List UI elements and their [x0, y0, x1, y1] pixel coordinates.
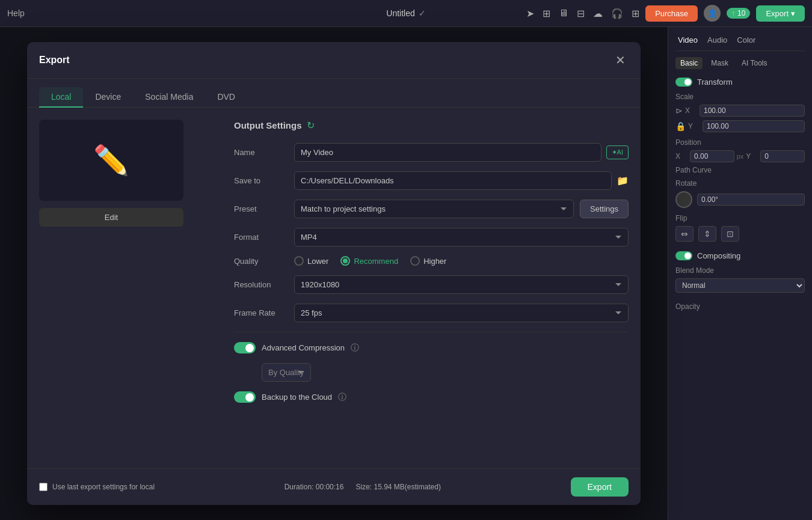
resolution-row: Resolution 1920x1080 1280x720 3840x2160: [234, 275, 629, 294]
template-icon[interactable]: ⊟: [577, 8, 585, 19]
transform-toggle[interactable]: [675, 78, 692, 87]
tab-local[interactable]: Local: [39, 87, 83, 108]
document-title: Untitled ✓: [386, 8, 425, 18]
help-menu[interactable]: Help: [7, 8, 25, 18]
editor-area: Export ✕ Local Device Social Media DV: [0, 27, 668, 520]
preset-select[interactable]: Match to project settings: [294, 200, 574, 218]
backup-cloud-help-icon[interactable]: ⓘ: [338, 392, 346, 403]
footer-info: Duration: 00:00:16 Size: 15.94 MB(estima…: [155, 483, 570, 491]
ai-rename-button[interactable]: ✦AI: [606, 145, 629, 159]
save-to-label: Save to: [234, 176, 294, 185]
flip-vertical-button[interactable]: ⇕: [698, 226, 716, 242]
duration-value: 00:00:16: [316, 483, 344, 491]
preset-settings-button[interactable]: Settings: [580, 200, 629, 218]
scale-x-value: 100.00: [700, 105, 805, 117]
pos-x-unit: px: [737, 153, 744, 160]
export-top-label: Export: [766, 9, 789, 18]
scale-label: Scale: [675, 93, 805, 101]
preset-label: Preset: [234, 204, 294, 213]
right-tab-audio[interactable]: Audio: [705, 34, 730, 46]
quality-lower-radio[interactable]: [294, 256, 304, 266]
right-tab-video[interactable]: Video: [675, 34, 700, 46]
points-icon: ↑: [731, 9, 735, 17]
main-layout: Export ✕ Local Device Social Media DV: [0, 27, 812, 520]
frame-rate-label: Frame Rate: [234, 308, 294, 317]
size-info: Size: 15.94 MB(estimated): [355, 483, 440, 491]
right-panel: Video Audio Color Basic Mask AI Tools Tr…: [668, 27, 812, 520]
flip-label: Flip: [675, 214, 805, 222]
backup-cloud-row: Backup to the Cloud ⓘ: [234, 391, 629, 403]
avatar[interactable]: 👤: [704, 5, 721, 22]
transform-header: Transform: [675, 78, 805, 87]
preview-thumbnail: ✏️: [39, 120, 183, 201]
settings-panel: Output Settings ↻ Name ✦AI: [234, 120, 629, 456]
cloud-icon[interactable]: ☁: [593, 8, 603, 19]
topbar-right: ➤ ⊞ 🖥 ⊟ ☁ 🎧 ⊞ Purchase 👤 ↑ 10 Export ▾: [526, 5, 805, 22]
name-input[interactable]: [294, 143, 601, 162]
quality-higher-radio[interactable]: [410, 256, 420, 266]
export-final-button[interactable]: Export: [571, 477, 629, 497]
backup-cloud-toggle[interactable]: [234, 391, 256, 403]
blend-mode-select[interactable]: Normal Multiply Screen Overlay: [675, 278, 805, 293]
right-subtabs: Basic Mask AI Tools: [675, 57, 805, 69]
use-last-settings-label: Use last export settings for local: [52, 483, 155, 491]
output-settings-title: Output Settings: [234, 120, 302, 130]
pos-y-label: Y: [746, 152, 758, 161]
divider-1: [234, 332, 629, 332]
avatar-area: 👤: [704, 5, 721, 22]
edit-button[interactable]: Edit: [39, 208, 183, 227]
transform-label: Transform: [697, 78, 733, 87]
modal-tabs: Local Device Social Media DVD: [27, 79, 641, 108]
topbar: Help Untitled ✓ ➤ ⊞ 🖥 ⊟ ☁ 🎧 ⊞ Purchase 👤…: [0, 0, 812, 27]
flip-crop-button[interactable]: ⊡: [721, 226, 739, 242]
browse-folder-button[interactable]: 📁: [617, 175, 629, 186]
resolution-select[interactable]: 1920x1080 1280x720 3840x2160: [294, 275, 629, 294]
frame-rate-select[interactable]: 25 fps 30 fps 60 fps 24 fps: [294, 304, 629, 322]
compositing-toggle[interactable]: [675, 251, 692, 260]
purchase-button[interactable]: Purchase: [645, 5, 698, 22]
quality-row: Quality Lower Recommend: [234, 256, 629, 266]
save-to-input[interactable]: [294, 171, 612, 190]
advanced-compression-help-icon[interactable]: ⓘ: [351, 343, 359, 353]
quality-label: Quality: [234, 257, 294, 266]
right-tab-color[interactable]: Color: [734, 34, 758, 46]
advanced-compression-toggle[interactable]: [234, 342, 256, 353]
right-subtab-mask[interactable]: Mask: [706, 57, 733, 69]
points-value: 10: [737, 9, 745, 17]
monitor-icon[interactable]: 🖥: [559, 8, 568, 19]
refresh-icon[interactable]: ↻: [307, 120, 315, 131]
modal-footer: Use last export settings for local Durat…: [27, 468, 641, 505]
apps-icon[interactable]: ⊞: [632, 8, 639, 19]
tab-social-media[interactable]: Social Media: [133, 87, 205, 108]
save-to-row: Save to 📁: [234, 171, 629, 190]
format-select[interactable]: MP4 MOV AVI MKV: [294, 228, 629, 246]
flip-horizontal-button[interactable]: ⇔: [675, 226, 694, 242]
modal-close-button[interactable]: ✕: [612, 52, 629, 69]
resolution-label: Resolution: [234, 280, 294, 289]
modal-title: Export: [39, 55, 70, 66]
preview-panel: ✏️ Edit: [39, 120, 220, 456]
scale-x-label: X: [685, 106, 697, 115]
quality-recommend[interactable]: Recommend: [340, 256, 398, 266]
use-last-settings-checkbox[interactable]: [39, 483, 48, 491]
right-subtab-ai-tools[interactable]: AI Tools: [737, 57, 772, 69]
tab-dvd[interactable]: DVD: [205, 87, 247, 108]
by-quality-select[interactable]: By Quality By Bitrate: [262, 363, 311, 382]
size-label: Size:: [355, 483, 372, 491]
modal-header: Export ✕: [27, 42, 641, 79]
flip-row: ⇔ ⇕ ⊡: [675, 226, 805, 242]
quality-lower[interactable]: Lower: [294, 256, 328, 266]
quality-recommend-radio[interactable]: [340, 256, 350, 266]
points-badge: ↑ 10: [727, 8, 750, 19]
layout-icon[interactable]: ⊞: [543, 8, 550, 19]
right-subtab-basic[interactable]: Basic: [675, 57, 703, 69]
tab-device[interactable]: Device: [83, 87, 133, 108]
quality-lower-label: Lower: [307, 257, 328, 266]
export-top-button[interactable]: Export ▾: [756, 5, 805, 22]
rotate-dial[interactable]: [675, 191, 692, 208]
quality-higher[interactable]: Higher: [410, 256, 446, 266]
preset-row: Preset Match to project settings Setting…: [234, 200, 629, 218]
headset-icon[interactable]: 🎧: [611, 8, 623, 19]
output-settings-header: Output Settings ↻: [234, 120, 629, 131]
send-icon[interactable]: ➤: [526, 8, 534, 19]
